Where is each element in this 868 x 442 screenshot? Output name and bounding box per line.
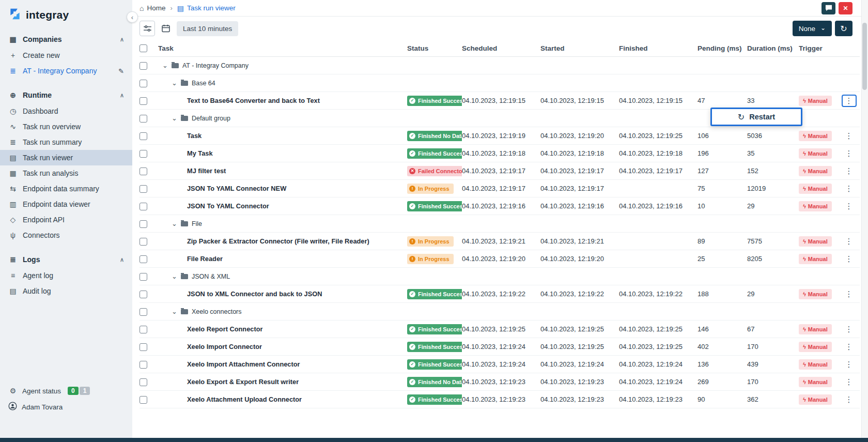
row-checkbox[interactable] xyxy=(140,326,147,333)
task-name[interactable]: JSON to XML Connector and back to JSON xyxy=(187,290,322,298)
time-range-chip[interactable]: Last 10 minutes xyxy=(177,21,238,36)
row-checkbox[interactable] xyxy=(140,308,147,316)
pencil-icon[interactable]: ✎ xyxy=(118,67,124,75)
sidebar-item-task-run-summary[interactable]: ≣Task run summary xyxy=(0,134,132,150)
sidebar-collapse-button[interactable]: ‹ xyxy=(127,11,138,23)
filter-settings-button[interactable] xyxy=(140,21,155,36)
task-name[interactable]: File Reader xyxy=(187,255,223,263)
column-header: Trigger xyxy=(799,44,838,52)
task-name[interactable]: Text to Base64 Converter and back to Tex… xyxy=(187,97,320,104)
sidebar-item-agent-log[interactable]: ≡Agent log xyxy=(0,268,132,283)
section-header-logs[interactable]: ≣Logs∧ xyxy=(0,251,132,268)
sidebar-item-endpoint-data-summary[interactable]: ⇆Endpoint data summary xyxy=(0,181,132,196)
task-name[interactable]: JSON To YAML Connector xyxy=(187,202,269,210)
sidebar-item-company-at-integray[interactable]: ≣AT - Integray Company✎ xyxy=(0,63,132,79)
row-checkbox[interactable] xyxy=(140,115,147,123)
chevron-down-icon[interactable]: ⌄ xyxy=(162,63,168,68)
row-menu-button[interactable]: ⋮ xyxy=(842,376,857,388)
sidebar-item-task-run-viewer[interactable]: ▤Task run viewer xyxy=(0,150,132,165)
close-button[interactable]: ✕ xyxy=(839,2,853,14)
row-checkbox[interactable] xyxy=(140,273,147,281)
task-name[interactable]: Xeelo Export & Export Result writer xyxy=(187,378,299,386)
sidebar-item-endpoint-api[interactable]: ◇Endpoint API xyxy=(0,212,132,227)
chevron-down-icon[interactable]: ⌄ xyxy=(172,309,177,314)
row-checkbox[interactable] xyxy=(140,167,147,175)
scrollbar-thumb[interactable] xyxy=(862,23,867,90)
row-menu-button[interactable]: ⋮ xyxy=(842,147,857,160)
task-name[interactable]: Xeelo Attachment Upload Connector xyxy=(187,395,302,403)
sidebar-item-audit-log[interactable]: ▤Audit log xyxy=(0,283,132,299)
row-menu-button[interactable]: ⋮ xyxy=(842,235,857,248)
sidebar-item-endpoint-data-viewer[interactable]: ▥Endpoint data viewer xyxy=(0,196,132,212)
calendar-button[interactable] xyxy=(159,21,173,36)
row-checkbox[interactable] xyxy=(140,361,147,369)
sidebar-item-dashboard[interactable]: ◷Dashboard xyxy=(0,103,132,119)
task-row: My Task✓Finished Success04.10.2023, 12:1… xyxy=(140,145,860,162)
task-name[interactable]: Zip Packer & Extractor Connector (File w… xyxy=(187,237,369,245)
chevron-down-icon[interactable]: ⌄ xyxy=(172,274,177,279)
select-all-checkbox[interactable] xyxy=(140,44,147,52)
task-name[interactable]: Xeelo Import Attachment Connector xyxy=(187,360,300,368)
pending-ms: 10 xyxy=(698,202,747,210)
task-name[interactable]: Xeelo Import Connector xyxy=(187,343,262,350)
task-row: MJ filter test✕Failed Connector04.10.202… xyxy=(140,162,860,180)
section-header-companies[interactable]: ▦Companies∧ xyxy=(0,31,132,48)
sidebar-item-create-new[interactable]: +Create new xyxy=(0,48,132,63)
row-checkbox[interactable] xyxy=(140,150,147,158)
task-name[interactable]: Xeelo Report Connector xyxy=(187,325,262,333)
feedback-chat-button[interactable] xyxy=(822,2,835,14)
logo[interactable]: integray xyxy=(0,0,132,31)
breadcrumb-home[interactable]: ⌂ Home xyxy=(140,4,165,12)
task-row: Zip Packer & Extractor Connector (File w… xyxy=(140,233,860,250)
row-checkbox[interactable] xyxy=(140,220,147,228)
chevron-down-icon[interactable]: ⌄ xyxy=(172,81,177,86)
row-menu-button[interactable]: ⋮ xyxy=(842,341,857,353)
task-name[interactable]: JSON To YAML Connector NEW xyxy=(187,185,286,192)
column-header: Task xyxy=(158,44,407,52)
row-menu-button[interactable]: ⋮ xyxy=(842,288,857,300)
finished-time: 04.10.2023, 12:19:16 xyxy=(619,202,698,210)
row-menu-button[interactable]: ⋮ xyxy=(842,95,857,107)
row-checkbox[interactable] xyxy=(140,255,147,263)
row-menu-button[interactable]: ⋮ xyxy=(842,393,857,406)
row-checkbox[interactable] xyxy=(140,396,147,404)
row-checkbox[interactable] xyxy=(140,80,147,87)
row-checkbox[interactable] xyxy=(140,291,147,298)
task-name[interactable]: MJ filter test xyxy=(187,167,226,175)
row-checkbox[interactable] xyxy=(140,62,147,70)
row-menu-button[interactable]: ⋮ xyxy=(842,165,857,177)
row-checkbox[interactable] xyxy=(140,132,147,140)
preset-dropdown[interactable]: None ⌄ xyxy=(793,21,832,36)
agent-status[interactable]: ⚙ Agent status 0 1 xyxy=(8,387,124,395)
row-checkbox[interactable] xyxy=(140,238,147,246)
sidebar-item-task-run-analysis[interactable]: ▦Task run analysis xyxy=(0,165,132,181)
task-name[interactable]: My Task xyxy=(187,149,213,157)
vertical-scrollbar[interactable] xyxy=(861,0,868,438)
row-checkbox[interactable] xyxy=(140,343,147,351)
group-row: ⌄Xeelo connectors xyxy=(140,303,860,321)
task-name[interactable]: Task xyxy=(187,132,202,140)
row-menu-button[interactable]: ⋮ xyxy=(842,200,857,212)
refresh-button[interactable]: ↻ xyxy=(835,21,853,36)
row-checkbox[interactable] xyxy=(140,203,147,210)
chevron-down-icon[interactable]: ⌄ xyxy=(172,116,177,121)
started-time: 04.10.2023, 12:19:16 xyxy=(540,202,619,210)
row-menu-button[interactable]: ⋮ xyxy=(842,182,857,195)
group-label: File xyxy=(192,220,202,227)
sidebar-item-task-run-overview[interactable]: ∿Task run overview xyxy=(0,119,132,134)
sidebar-item-connectors[interactable]: ψConnectors xyxy=(0,227,132,243)
user-menu[interactable]: Adam Tovara xyxy=(8,402,124,412)
section-header-runtime[interactable]: ⊕Runtime∧ xyxy=(0,87,132,103)
row-checkbox[interactable] xyxy=(140,378,147,386)
row-menu-button[interactable]: ⋮ xyxy=(842,130,857,142)
row-menu-button[interactable]: ⋮ xyxy=(842,323,857,336)
chevron-down-icon[interactable]: ⌄ xyxy=(172,221,177,226)
status-icon: ✓ xyxy=(409,133,415,139)
status-badge: ✓Finished Success xyxy=(407,324,462,334)
task-row: Text to Base64 Converter and back to Tex… xyxy=(140,92,860,110)
row-menu-button[interactable]: ⋮ xyxy=(842,253,857,265)
row-context-menu-restart[interactable]: ↻ Restart xyxy=(710,108,802,126)
row-checkbox[interactable] xyxy=(140,185,147,193)
row-checkbox[interactable] xyxy=(140,97,147,105)
row-menu-button[interactable]: ⋮ xyxy=(842,358,857,371)
